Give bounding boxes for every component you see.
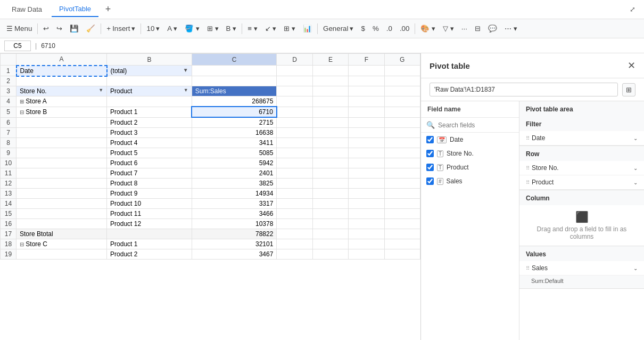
cell-d12[interactable] — [277, 179, 312, 189]
cell-g14[interactable] — [384, 199, 420, 209]
cell-e19[interactable] — [312, 249, 348, 260]
cell-c2[interactable] — [192, 76, 277, 86]
cell-reference[interactable] — [4, 41, 31, 51]
cell-c4[interactable]: 268675 — [192, 96, 277, 107]
undo-button[interactable]: ↩ — [40, 23, 52, 34]
cell-f9[interactable] — [349, 148, 384, 158]
field-checkbox-product[interactable] — [426, 164, 434, 171]
cell-a15[interactable] — [16, 209, 107, 219]
cell-b7[interactable]: Product 3 — [107, 128, 192, 138]
cell-a6[interactable] — [16, 117, 107, 128]
cell-d11[interactable] — [277, 168, 312, 179]
redo-button[interactable]: ↪ — [53, 23, 65, 34]
merge-button[interactable]: ⊞ ▾ — [280, 23, 299, 34]
cell-e5[interactable] — [312, 107, 348, 117]
cell-e16[interactable] — [312, 219, 348, 229]
cell-a14[interactable] — [16, 199, 107, 209]
cell-b17[interactable] — [107, 229, 192, 239]
percent-button[interactable]: % — [369, 23, 382, 34]
clear-button[interactable]: 🧹 — [83, 23, 98, 34]
format-button[interactable]: General ▾ — [320, 23, 357, 34]
row-item-store-no[interactable]: ⠿ Store No. ⌄ — [519, 161, 644, 175]
cell-g8[interactable] — [384, 138, 420, 148]
col-header-c[interactable]: C — [192, 54, 277, 66]
tab-raw-data[interactable]: Raw Data — [4, 2, 49, 17]
cell-a2[interactable] — [16, 76, 107, 86]
cell-a3[interactable]: Store No. ▼ — [16, 86, 107, 96]
conditional-format-button[interactable]: 🎨 ▾ — [417, 23, 439, 34]
cell-a8[interactable] — [16, 138, 107, 148]
cell-d19[interactable] — [277, 249, 312, 260]
add-tab-button[interactable]: + — [101, 2, 115, 17]
comment-button[interactable]: 💬 — [485, 23, 500, 34]
cell-a5[interactable]: ⊟ Store B — [16, 107, 107, 117]
cell-b9[interactable]: Product 5 — [107, 148, 192, 158]
cell-f6[interactable] — [349, 117, 384, 128]
cell-c11[interactable]: 2401 — [192, 168, 277, 179]
cell-f7[interactable] — [349, 128, 384, 138]
cell-d8[interactable] — [277, 138, 312, 148]
insert-button[interactable]: + Insert ▾ — [103, 23, 138, 34]
cell-b1[interactable]: (total) ▼ — [107, 66, 192, 76]
row-item-product[interactable]: ⠿ Product ⌄ — [519, 175, 644, 190]
cell-e2[interactable] — [312, 76, 348, 86]
cell-c3[interactable]: Sum:Sales — [192, 86, 277, 96]
cell-d14[interactable] — [277, 199, 312, 209]
cell-e18[interactable] — [312, 239, 348, 249]
cell-c14[interactable]: 3317 — [192, 199, 277, 209]
more-options-button[interactable]: ⋯ ▾ — [501, 23, 521, 34]
cell-g16[interactable] — [384, 219, 420, 229]
cell-b10[interactable]: Product 6 — [107, 158, 192, 168]
cell-f12[interactable] — [349, 179, 384, 189]
cell-e9[interactable] — [312, 148, 348, 158]
sheet-format-button[interactable]: ⊟ — [472, 23, 484, 34]
cell-b5[interactable]: Product 1 — [107, 107, 192, 117]
cell-e11[interactable] — [312, 168, 348, 179]
col-header-b[interactable]: B — [107, 54, 192, 66]
row-item-store-no-chevron[interactable]: ⌄ — [633, 165, 638, 171]
field-checkbox-date[interactable] — [426, 136, 434, 143]
cell-f1[interactable] — [349, 66, 384, 76]
cell-g11[interactable] — [384, 168, 420, 179]
cell-f15[interactable] — [349, 209, 384, 219]
column-drop-zone[interactable]: ⬛ Drag and drop a field to fill in as co… — [519, 205, 644, 246]
cell-e17[interactable] — [312, 229, 348, 239]
field-item-date[interactable]: 📅 Date — [421, 133, 519, 147]
cell-c16[interactable]: 10378 — [192, 219, 277, 229]
cell-c10[interactable]: 5942 — [192, 158, 277, 168]
cell-c19[interactable]: 3467 — [192, 249, 277, 260]
cell-a18[interactable]: ⊟ Store C — [16, 239, 107, 249]
cell-f4[interactable] — [349, 96, 384, 107]
cell-f5[interactable] — [349, 107, 384, 117]
col-header-a[interactable]: A — [16, 54, 107, 66]
field-item-product[interactable]: T Product — [421, 160, 519, 174]
menu-button[interactable]: ☰ Menu — [3, 23, 35, 34]
cell-c17[interactable]: 78822 — [192, 229, 277, 239]
cell-d15[interactable] — [277, 209, 312, 219]
cell-f10[interactable] — [349, 158, 384, 168]
cell-g13[interactable] — [384, 189, 420, 199]
filter-item-date[interactable]: ⠿ Date ⌄ — [519, 131, 644, 145]
cell-c13[interactable]: 14934 — [192, 189, 277, 199]
cell-f2[interactable] — [349, 76, 384, 86]
cell-a16[interactable] — [16, 219, 107, 229]
cell-e14[interactable] — [312, 199, 348, 209]
cell-b18[interactable]: Product 1 — [107, 239, 192, 249]
cell-b2[interactable] — [107, 76, 192, 86]
cell-a17[interactable]: Store Btotal — [16, 229, 107, 239]
cell-b15[interactable]: Product 11 — [107, 209, 192, 219]
cell-b3[interactable]: Product ▼ — [107, 86, 192, 96]
cell-e8[interactable] — [312, 138, 348, 148]
cell-d4[interactable] — [277, 96, 312, 107]
cell-g7[interactable] — [384, 128, 420, 138]
cell-e7[interactable] — [312, 128, 348, 138]
cell-b13[interactable]: Product 9 — [107, 189, 192, 199]
cell-g6[interactable] — [384, 117, 420, 128]
cell-f13[interactable] — [349, 189, 384, 199]
cell-d2[interactable] — [277, 76, 312, 86]
fill-color-button[interactable]: 🪣 ▾ — [181, 23, 203, 34]
cell-e10[interactable] — [312, 158, 348, 168]
col-header-e[interactable]: E — [312, 54, 348, 66]
range-select-button[interactable]: ⊞ — [622, 83, 635, 96]
cell-f16[interactable] — [349, 219, 384, 229]
